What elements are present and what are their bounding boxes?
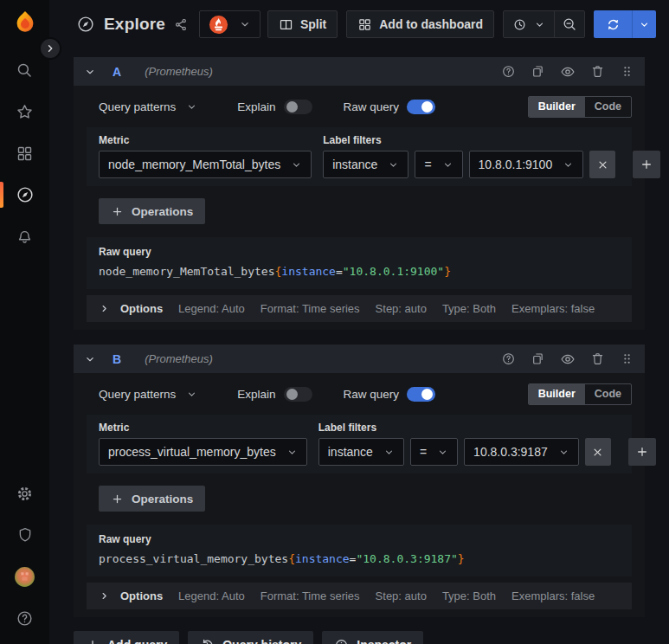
query-options-collapsed[interactable]: Options Legend: Auto Format: Time series… — [87, 583, 632, 609]
sidebar-item-starred[interactable] — [0, 91, 49, 132]
duplicate-query-icon[interactable] — [531, 64, 545, 79]
inspector-button[interactable]: Inspector — [322, 631, 423, 644]
builder-mode-button[interactable]: Builder — [529, 97, 585, 117]
sidebar-item-profile[interactable] — [0, 556, 49, 597]
query-row-b: B (Prometheus) — [74, 345, 645, 617]
add-to-dashboard-label: Add to dashboard — [379, 17, 483, 31]
query-editor-a: Query patterns Explain Raw query Builder… — [74, 86, 645, 330]
remove-filter-button[interactable] — [585, 438, 611, 466]
promql-brace-close: } — [458, 552, 465, 565]
query-editor-b: Query patterns Explain Raw query Builder… — [74, 373, 645, 617]
promql-metric: node_memory_MemTotal_bytes — [99, 265, 275, 278]
prometheus-icon — [209, 15, 228, 35]
operations-label: Operations — [132, 205, 193, 218]
query-header-actions — [501, 351, 634, 367]
query-help-icon[interactable] — [501, 64, 516, 79]
add-operation-button[interactable]: Operations — [99, 486, 205, 512]
hide-response-eye-icon[interactable] — [560, 351, 576, 367]
explain-toggle[interactable] — [284, 100, 312, 114]
explain-label: Explain — [237, 100, 275, 113]
plus-icon — [635, 445, 649, 459]
raw-query-code: process_virtual_memory_bytes{instance="1… — [99, 552, 620, 565]
code-mode-button[interactable]: Code — [585, 384, 631, 404]
bell-icon — [16, 228, 34, 246]
metric-field: Metric node_memory_MemTotal_bytes — [99, 134, 312, 178]
metric-select[interactable]: process_virtual_memory_bytes — [99, 438, 307, 466]
explore-footer-actions: Add query Query history — [74, 631, 645, 644]
drag-handle-icon[interactable] — [620, 64, 634, 79]
raw-query-toggle[interactable] — [407, 387, 435, 402]
inspector-label: Inspector — [357, 638, 411, 644]
query-history-label: Query history — [222, 638, 301, 644]
add-to-dashboard-button[interactable]: Add to dashboard — [346, 10, 494, 38]
filter-key-select[interactable]: instance — [323, 151, 408, 178]
split-icon — [279, 17, 293, 32]
explain-toggle[interactable] — [284, 387, 312, 402]
code-mode-button[interactable]: Code — [585, 97, 631, 117]
metric-field: Metric process_virtual_memory_bytes — [99, 422, 307, 466]
search-icon — [16, 61, 34, 80]
metric-label: Metric — [99, 422, 307, 434]
run-query-interval-dropdown[interactable] — [633, 10, 656, 38]
add-operation-button[interactable]: Operations — [99, 198, 205, 224]
sidebar-item-admin[interactable] — [0, 514, 49, 556]
time-picker-button[interactable] — [504, 11, 555, 37]
filter-value: 10.8.0.3:9187 — [473, 445, 548, 459]
datasource-picker[interactable] — [199, 10, 261, 38]
filter-operator-value: = — [420, 445, 427, 459]
duplicate-query-icon[interactable] — [531, 351, 545, 366]
sidebar-item-dashboards[interactable] — [0, 132, 49, 174]
remove-query-trash-icon[interactable] — [590, 64, 605, 79]
filter-operator-select[interactable]: = — [410, 438, 458, 466]
zoom-out-time-button[interactable] — [555, 11, 584, 37]
compass-icon — [16, 185, 35, 204]
chevron-right-icon — [99, 590, 110, 602]
filter-key-select[interactable]: instance — [318, 438, 404, 466]
close-icon — [591, 446, 604, 459]
run-query-button[interactable] — [594, 10, 633, 38]
apps-grid-icon — [16, 145, 34, 163]
add-query-button[interactable]: Add query — [74, 631, 179, 644]
page-title: Explore — [104, 15, 165, 34]
drag-handle-icon[interactable] — [620, 351, 634, 366]
collapse-chevron-icon[interactable] — [84, 353, 96, 365]
query-patterns-dropdown[interactable]: Query patterns — [99, 388, 197, 401]
remove-query-trash-icon[interactable] — [590, 351, 605, 366]
hide-response-eye-icon[interactable] — [560, 64, 576, 80]
sidebar-item-settings[interactable] — [0, 473, 49, 514]
collapse-chevron-icon[interactable] — [84, 66, 96, 78]
filter-value-select[interactable]: 10.8.0.1:9100 — [469, 151, 584, 178]
clock-icon — [512, 17, 527, 32]
chevron-down-icon — [639, 19, 650, 30]
query-help-icon[interactable] — [501, 351, 516, 366]
filter-value-select[interactable]: 10.8.0.3:9187 — [464, 438, 579, 466]
sidebar-item-explore[interactable] — [0, 174, 49, 216]
options-title: Options — [120, 302, 163, 315]
explore-compass-icon — [76, 15, 95, 34]
label-filters-field: Label filters instance = — [323, 134, 660, 178]
query-history-button[interactable]: Query history — [188, 631, 313, 644]
builder-mode-button[interactable]: Builder — [529, 384, 585, 404]
chevron-right-icon — [44, 42, 56, 55]
plus-icon — [86, 638, 100, 644]
split-button[interactable]: Split — [267, 10, 338, 38]
query-header-actions — [501, 64, 634, 80]
close-icon — [596, 158, 609, 171]
metric-select[interactable]: node_memory_MemTotal_bytes — [99, 151, 312, 178]
sidebar-item-help[interactable] — [0, 597, 49, 639]
remove-filter-button[interactable] — [589, 151, 615, 178]
sidebar-expand-button[interactable] — [39, 37, 61, 60]
promql-label: instance — [295, 552, 350, 565]
raw-query-toggle[interactable] — [407, 100, 435, 114]
filter-operator-select[interactable]: = — [415, 151, 462, 178]
sidebar-item-alerting[interactable] — [0, 216, 49, 257]
add-filter-button[interactable] — [628, 438, 656, 466]
operations-row: Operations — [87, 486, 632, 512]
grafana-logo-icon[interactable] — [12, 10, 38, 35]
query-row-header-a[interactable]: A (Prometheus) — [74, 57, 645, 86]
query-patterns-dropdown[interactable]: Query patterns — [99, 100, 197, 113]
add-filter-button[interactable] — [633, 151, 660, 178]
query-row-header-b[interactable]: B (Prometheus) — [74, 345, 645, 373]
query-options-collapsed[interactable]: Options Legend: Auto Format: Time series… — [87, 295, 632, 322]
share-icon[interactable] — [174, 17, 189, 32]
